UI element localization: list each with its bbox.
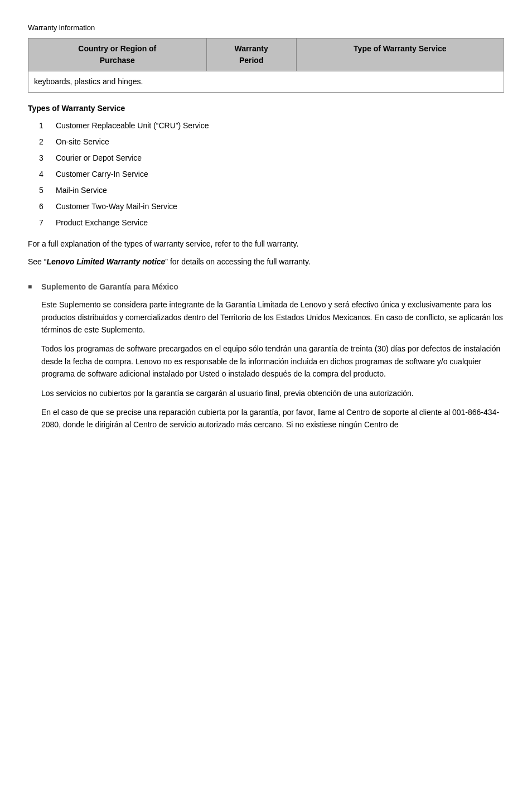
service-list: 1Customer Replaceable Unit (“CRU”) Servi…: [28, 120, 504, 229]
mexico-content: Suplemento de Garantía para México Este …: [41, 281, 504, 438]
table-row-content: keyboards, plastics and hinges.: [28, 71, 504, 92]
service-num: 4: [28, 168, 56, 180]
col-header-type: Type of Warranty Service: [296, 38, 504, 71]
col-header-country: Country or Region ofPurchase: [28, 38, 207, 71]
service-num: 1: [28, 120, 56, 132]
list-item: 5Mail-in Service: [28, 185, 504, 196]
see-notice-prefix: See “: [28, 257, 46, 266]
service-num: 6: [28, 201, 56, 213]
list-item: 1Customer Replaceable Unit (“CRU”) Servi…: [28, 120, 504, 132]
service-num: 2: [28, 136, 56, 148]
bullet-square: ■: [28, 282, 41, 438]
mexico-heading: Suplemento de Garantía para México: [41, 281, 504, 293]
list-item: 3Courier or Depot Service: [28, 152, 504, 164]
mexico-paragraph: Este Suplemento se considera parte integ…: [41, 298, 504, 336]
list-item: 6Customer Two-Way Mail-in Service: [28, 201, 504, 213]
mexico-paragraph: Todos los programas de software precarga…: [41, 343, 504, 380]
notice-link: Lenovo Limited Warranty notice: [46, 257, 165, 266]
warranty-table: Country or Region ofPurchase WarrantyPer…: [28, 38, 504, 93]
service-desc: Customer Two-Way Mail-in Service: [56, 201, 504, 213]
mexico-paragraph: En el caso de que se precise una reparac…: [41, 406, 504, 431]
col-header-period: WarrantyPeriod: [206, 38, 296, 71]
service-desc: Mail-in Service: [56, 185, 504, 196]
see-notice-suffix: ” for details on accessing the full warr…: [165, 257, 310, 266]
list-item: 7Product Exchange Service: [28, 217, 504, 229]
service-desc: Courier or Depot Service: [56, 152, 504, 164]
service-num: 3: [28, 152, 56, 164]
service-num: 5: [28, 185, 56, 196]
warranty-info-label: Warranty information: [28, 22, 504, 33]
mexico-paragraph: Los servicios no cubiertos por la garant…: [41, 387, 504, 399]
service-desc: Product Exchange Service: [56, 217, 504, 229]
list-item: 4Customer Carry-In Service: [28, 168, 504, 180]
service-num: 7: [28, 217, 56, 229]
types-heading: Types of Warranty Service: [28, 103, 504, 114]
full-explanation: For a full explanation of the types of w…: [28, 238, 504, 250]
see-notice: See “Lenovo Limited Warranty notice” for…: [28, 255, 504, 268]
list-item: 2On-site Service: [28, 136, 504, 148]
service-desc: On-site Service: [56, 136, 504, 148]
mexico-paragraphs: Este Suplemento se considera parte integ…: [41, 298, 504, 431]
mexico-section: ■ Suplemento de Garantía para México Est…: [28, 281, 504, 438]
service-desc: Customer Replaceable Unit (“CRU”) Servic…: [56, 120, 504, 132]
service-desc: Customer Carry-In Service: [56, 168, 504, 180]
